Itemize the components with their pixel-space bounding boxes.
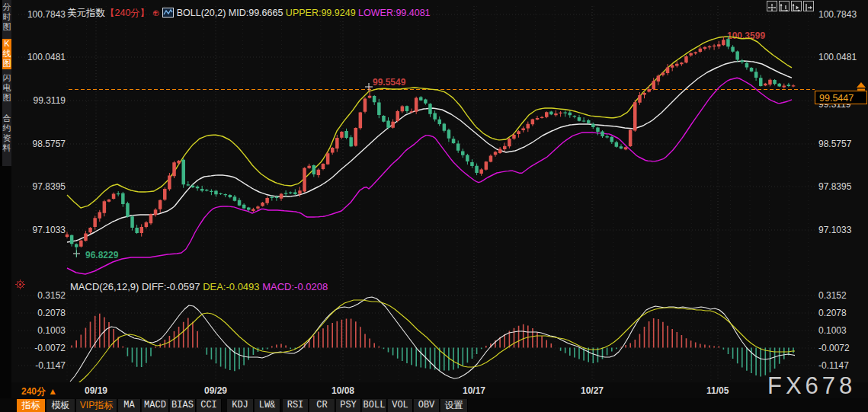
svg-text:100.0481: 100.0481 — [818, 52, 857, 62]
svg-text:97.1033: 97.1033 — [33, 225, 66, 235]
svg-text:-0.0072: -0.0072 — [818, 343, 850, 353]
svg-text:0.2078: 0.2078 — [37, 308, 66, 318]
svg-text:100.3599: 100.3599 — [727, 30, 765, 41]
svg-text:97.8395: 97.8395 — [33, 181, 66, 192]
svg-text:96.8229: 96.8229 — [85, 250, 119, 260]
svg-text:100.0481: 100.0481 — [27, 52, 66, 62]
svg-text:-0.0072: -0.0072 — [34, 343, 66, 353]
svg-text:0.3152: 0.3152 — [37, 290, 66, 301]
svg-text:98.5757: 98.5757 — [33, 139, 66, 149]
svg-text:99.3119: 99.3119 — [34, 95, 66, 106]
svg-text:-0.1147: -0.1147 — [35, 360, 66, 371]
svg-text:98.5757: 98.5757 — [818, 139, 852, 149]
svg-text:99.5549: 99.5549 — [373, 77, 406, 88]
svg-text:99.5447: 99.5447 — [819, 93, 854, 104]
svg-text:-0.1147: -0.1147 — [818, 360, 849, 371]
svg-text:100.7843: 100.7843 — [818, 9, 857, 20]
svg-text:97.1033: 97.1033 — [818, 225, 852, 235]
svg-text:0.1003: 0.1003 — [37, 325, 66, 336]
svg-text:0.1003: 0.1003 — [818, 325, 847, 336]
svg-text:100.7843: 100.7843 — [27, 9, 66, 20]
svg-text:97.8395: 97.8395 — [818, 181, 852, 192]
svg-text:0.3152: 0.3152 — [818, 290, 847, 301]
svg-text:0.2078: 0.2078 — [818, 308, 847, 318]
